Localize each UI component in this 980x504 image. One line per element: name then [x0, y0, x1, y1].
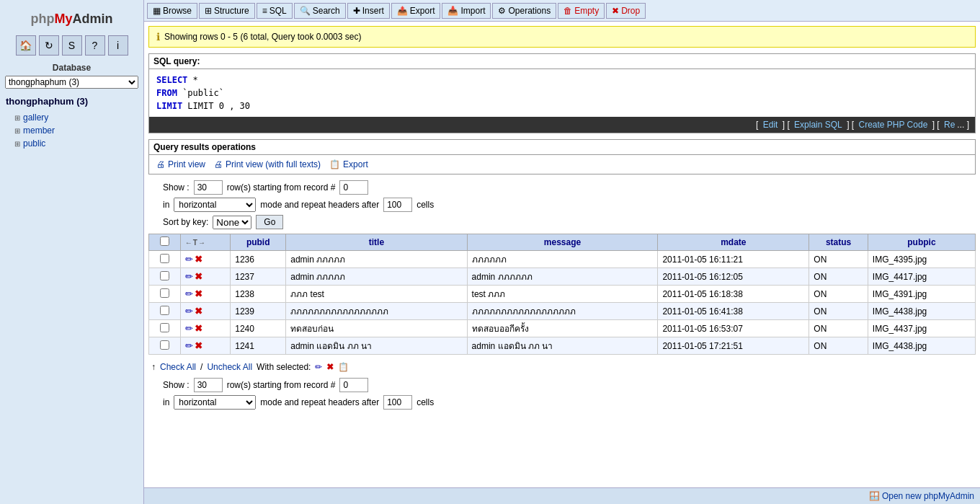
- table-row: ✏ ✖ 1239 ภภภภภภภภภภภภภภภภภ ภภภภภภภภภภภภภ…: [149, 303, 976, 320]
- sort-select[interactable]: None: [213, 216, 251, 229]
- structure-button[interactable]: ⊞Structure: [199, 3, 255, 19]
- db-select[interactable]: thongphaphum (3): [5, 76, 138, 89]
- drop-button[interactable]: ✖Drop: [606, 3, 646, 19]
- help-icon[interactable]: ?: [85, 35, 105, 56]
- mode-select-bottom[interactable]: horizontal vertical horizontalflipped: [174, 395, 256, 410]
- home-icon[interactable]: 🏠: [16, 35, 36, 56]
- sidebar-table-label-gallery: gallery: [23, 112, 48, 123]
- row-pubid: 1241: [231, 337, 286, 355]
- arrow-right-icon: →: [198, 239, 205, 247]
- with-selected-edit-icon[interactable]: ✏: [315, 362, 322, 372]
- import-button[interactable]: 📥Import: [442, 3, 491, 19]
- print-view-full-button[interactable]: 🖨 Print view (with full texts): [214, 159, 321, 169]
- sidebar-item-public[interactable]: ⊞ public: [0, 137, 143, 150]
- row-pubid: 1237: [231, 268, 286, 286]
- col-pubpic: pubpic: [868, 234, 975, 251]
- headers-input-bottom[interactable]: [383, 395, 412, 410]
- row-edit-icon[interactable]: ✏: [185, 306, 193, 317]
- row-checkbox[interactable]: [160, 271, 169, 280]
- row-pubpic: IMG_4438.jpg: [868, 303, 975, 320]
- export-button[interactable]: 📤Export: [391, 3, 441, 19]
- show-input[interactable]: [194, 180, 223, 195]
- query-results-ops: Query results operations 🖨 Print view 🖨 …: [148, 139, 976, 174]
- row-action-icons: ✏ ✖: [180, 268, 230, 286]
- show-label-bottom: Show :: [163, 380, 190, 390]
- go-button[interactable]: Go: [256, 215, 283, 229]
- row-status: ON: [809, 320, 868, 337]
- row-edit-icon[interactable]: ✏: [185, 288, 193, 299]
- row-checkbox[interactable]: [160, 323, 169, 332]
- row-checkbox-cell: [149, 303, 181, 320]
- export-qr-button[interactable]: 📋 Export: [329, 159, 368, 169]
- headers-input[interactable]: [383, 198, 412, 212]
- export-icon: 📤: [397, 6, 408, 16]
- row-action-icons: ✏ ✖: [180, 320, 230, 337]
- sql-from-kw: FROM: [156, 88, 177, 98]
- empty-button[interactable]: 🗑Empty: [558, 3, 605, 19]
- row-delete-icon[interactable]: ✖: [195, 323, 202, 334]
- sql-select-kw: SELECT: [156, 75, 187, 85]
- row-checkbox[interactable]: [160, 340, 169, 350]
- explain-sql-link[interactable]: Explain SQL: [794, 120, 842, 130]
- col-nav-arrows: ← T →: [180, 234, 230, 251]
- select-all-checkbox[interactable]: [160, 236, 169, 246]
- export-qr-icon: 📋: [329, 159, 340, 169]
- with-selected-export-icon[interactable]: 📋: [338, 362, 349, 372]
- row-delete-icon[interactable]: ✖: [195, 288, 202, 299]
- logo-admin: Admin: [73, 12, 113, 26]
- sidebar-item-member[interactable]: ⊞ member: [0, 124, 143, 137]
- row-edit-icon[interactable]: ✏: [185, 271, 193, 282]
- info-icon[interactable]: i: [108, 35, 128, 56]
- row-pubid: 1239: [231, 303, 286, 320]
- logo: phpMyAdmin: [30, 12, 112, 27]
- sidebar-item-gallery[interactable]: ⊞ gallery: [0, 111, 143, 124]
- insert-button[interactable]: ✚Insert: [347, 3, 390, 19]
- refresh-link[interactable]: Re: [944, 120, 955, 130]
- drop-label: Drop: [621, 6, 640, 16]
- row-edit-icon[interactable]: ✏: [185, 323, 193, 334]
- row-delete-icon[interactable]: ✖: [195, 340, 202, 351]
- show-controls-top: Show : row(s) starting from record # in …: [148, 180, 976, 229]
- info-circle-icon: ℹ: [156, 31, 160, 43]
- row-checkbox[interactable]: [160, 306, 169, 315]
- row-action-icons: ✏ ✖: [180, 337, 230, 355]
- row-checkbox[interactable]: [160, 288, 169, 298]
- reload-icon[interactable]: ↻: [39, 35, 59, 56]
- show-input-bottom[interactable]: [194, 378, 223, 392]
- row-message: ทดสอบออกีครั้ง: [467, 320, 658, 337]
- record-input[interactable]: [339, 180, 368, 195]
- print-view-button[interactable]: 🖨 Print view: [156, 159, 205, 169]
- col-mdate: mdate: [658, 234, 809, 251]
- row-edit-icon[interactable]: ✏: [185, 340, 193, 351]
- content: ℹ Showing rows 0 - 5 (6 total, Query too…: [144, 22, 980, 487]
- row-edit-icon[interactable]: ✏: [185, 254, 193, 265]
- row-delete-icon[interactable]: ✖: [195, 271, 202, 282]
- open-phpmyadmin-link[interactable]: Open new phpMyAdmin: [882, 491, 974, 501]
- row-checkbox[interactable]: [160, 254, 169, 263]
- table-icon: ⊞: [14, 114, 20, 122]
- mode-select[interactable]: horizontal vertical horizontalflipped: [174, 198, 256, 212]
- search-button[interactable]: 🔍Search: [294, 3, 346, 19]
- browse-button[interactable]: ▦Browse: [147, 3, 197, 19]
- row-checkbox-cell: [149, 268, 181, 286]
- with-selected-delete-icon[interactable]: ✖: [326, 362, 334, 372]
- db-label: Database: [53, 63, 91, 73]
- arrow-left-icon: ←: [185, 239, 192, 247]
- operations-icon: ⚙: [498, 6, 506, 16]
- sql-button[interactable]: ≡SQL: [257, 3, 293, 19]
- row-status: ON: [809, 337, 868, 355]
- sql-icon[interactable]: S: [62, 35, 82, 56]
- row-delete-icon[interactable]: ✖: [195, 254, 202, 265]
- record-input-bottom[interactable]: [339, 378, 368, 392]
- uncheck-all-link[interactable]: Uncheck All: [207, 362, 252, 372]
- row-delete-icon[interactable]: ✖: [195, 306, 202, 317]
- table-icon: ⊞: [14, 127, 20, 135]
- export-qr-label: Export: [343, 159, 368, 169]
- edit-sql-link[interactable]: Edit: [763, 120, 778, 130]
- sql-label: SQL: [270, 6, 287, 16]
- export-label: Export: [410, 6, 435, 16]
- sql-actions: [ Edit ] [ Explain SQL ] [ Create PHP Co…: [149, 117, 975, 133]
- check-all-link[interactable]: Check All: [160, 362, 196, 372]
- create-php-link[interactable]: Create PHP Code: [858, 120, 927, 130]
- operations-button[interactable]: ⚙Operations: [492, 3, 556, 19]
